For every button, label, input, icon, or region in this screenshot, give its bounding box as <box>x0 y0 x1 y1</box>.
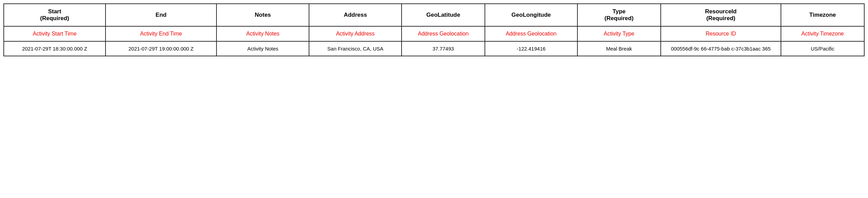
placeholder-start: Activity Start Time <box>4 26 106 41</box>
cell-type: Meal Break <box>577 41 661 56</box>
header-geolong: GeoLongitude <box>485 4 577 26</box>
placeholder-geolat: Address Geolocation <box>402 26 485 41</box>
cell-timezone: US/Pacific <box>781 41 864 56</box>
cell-geolong: -122.419416 <box>485 41 577 56</box>
cell-start: 2021-07-29T 18:30:00.000 Z <box>4 41 106 56</box>
header-notes: Notes <box>216 4 309 26</box>
placeholder-geolong: Address Geolocation <box>485 26 577 41</box>
cell-address: San Francisco, CA, USA <box>309 41 402 56</box>
header-geolat: GeoLatitude <box>402 4 485 26</box>
placeholder-address: Activity Address <box>309 26 402 41</box>
table-wrapper: Start (Required) End Notes Address GeoLa… <box>0 0 868 198</box>
table-row: 2021-07-29T 18:30:00.000 Z 2021-07-29T 1… <box>4 41 864 56</box>
header-end: End <box>106 4 216 26</box>
placeholder-notes: Activity Notes <box>216 26 309 41</box>
main-table: Start (Required) End Notes Address GeoLa… <box>3 3 865 56</box>
placeholder-timezone: Activity Timezone <box>781 26 864 41</box>
cell-end: 2021-07-29T 19:00:00.000 Z <box>106 41 216 56</box>
placeholder-row: Activity Start Time Activity End Time Ac… <box>4 26 864 41</box>
placeholder-type: Activity Type <box>577 26 661 41</box>
placeholder-end: Activity End Time <box>106 26 216 41</box>
cell-notes: Activity Notes <box>216 41 309 56</box>
header-address: Address <box>309 4 402 26</box>
header-start: Start (Required) <box>4 4 106 26</box>
cell-geolat: 37.77493 <box>402 41 485 56</box>
placeholder-resourceid: Resource ID <box>661 26 781 41</box>
header-timezone: Timezone <box>781 4 864 26</box>
header-resourceid: ResourceId (Required) <box>661 4 781 26</box>
header-row: Start (Required) End Notes Address GeoLa… <box>4 4 864 26</box>
cell-resourceid: 000556df-9c 66-4775-bab c-37c3b1aac 365 <box>661 41 781 56</box>
header-type: Type (Required) <box>577 4 661 26</box>
